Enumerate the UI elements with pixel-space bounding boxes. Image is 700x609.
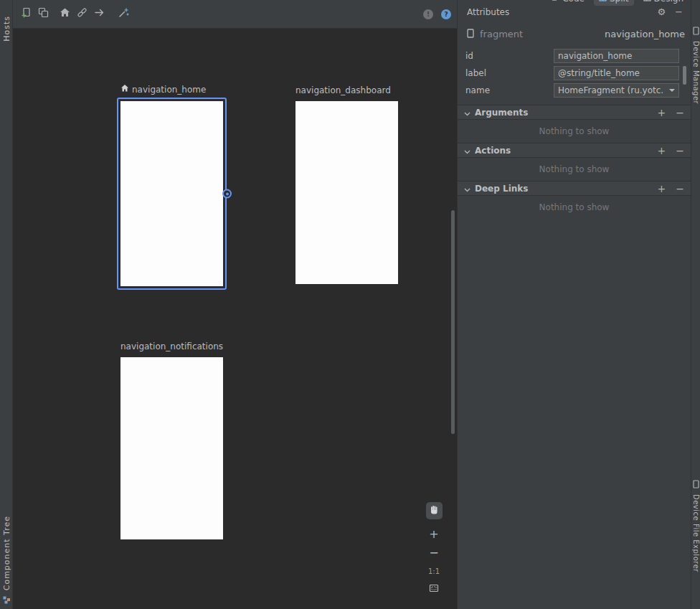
minimize-icon[interactable]: − (675, 7, 683, 17)
help-button[interactable]: ? (441, 9, 451, 19)
fragment-home-name: navigation_home (132, 85, 206, 95)
section-deep-links-title: Deep Links (475, 184, 528, 194)
device-file-explorer-icon (693, 478, 699, 491)
pan-button[interactable] (426, 502, 443, 519)
start-destination-home-icon (120, 84, 129, 95)
minus-icon: − (429, 546, 438, 560)
fragment-dashboard-label-row: navigation_dashboard (295, 85, 391, 95)
component-id-value: navigation_home (605, 29, 685, 39)
name-dropdown[interactable]: HomeFragment (ru.yotc. (554, 83, 679, 98)
tool-tab-hosts[interactable]: Hosts (0, 16, 13, 42)
new-destination-button[interactable] (18, 6, 34, 22)
canvas-vertical-scrollbar[interactable] (451, 210, 455, 434)
zoom-to-fit-button[interactable] (429, 582, 439, 595)
field-row-id: id (458, 47, 691, 65)
selected-component-row: fragment navigation_home (458, 24, 691, 43)
zoom-reset-button[interactable]: 1:1 (428, 567, 440, 575)
hand-icon (429, 504, 440, 518)
gear-icon[interactable]: ⚙ (657, 7, 666, 17)
component-type-label: fragment (480, 29, 523, 39)
attribute-sections: Arguments + − Nothing to show Actions + … (458, 105, 691, 219)
fragment-home-preview[interactable] (120, 101, 223, 286)
nested-graph-icon (38, 7, 49, 21)
device-file-explorer-tab-label: Device File Explorer (692, 494, 700, 572)
id-field[interactable] (554, 49, 679, 63)
navigation-canvas[interactable]: navigation_home navigation_dashboard nav… (13, 29, 457, 609)
label-field[interactable] (554, 66, 679, 80)
tool-tab-device-manager[interactable]: Device Manager (691, 24, 700, 104)
group-destinations-button[interactable] (35, 6, 51, 22)
home-icon (60, 7, 70, 21)
component-tree-tab-label: Component Tree (2, 516, 11, 590)
fragment-home-card-selected[interactable] (117, 98, 227, 290)
help-icon: ? (444, 11, 448, 18)
remove-argument-button[interactable]: − (676, 108, 684, 118)
field-row-name: name HomeFragment (ru.yotc. (458, 82, 691, 99)
add-deep-link-button[interactable]: + (658, 184, 666, 194)
zoom-in-button[interactable]: + (427, 528, 441, 542)
action-handle[interactable] (222, 189, 232, 199)
section-deep-links-header[interactable]: Deep Links + − (458, 181, 691, 196)
device-manager-tab-label: Device Manager (692, 41, 700, 104)
zoom-controls: + − 1:1 (425, 502, 443, 595)
fragment-notifications-preview[interactable] (120, 357, 223, 539)
tab-design-label: Design (654, 0, 684, 4)
deep-links-empty-text: Nothing to show (458, 196, 691, 219)
attributes-panel: Attributes ⚙ − fragment navigation_home … (457, 0, 691, 609)
tab-design[interactable]: Design (638, 0, 689, 6)
section-actions-header[interactable]: Actions + − (458, 143, 691, 158)
tab-code[interactable]: Code (547, 0, 590, 6)
fragment-dashboard-preview[interactable] (295, 101, 398, 284)
device-manager-icon (693, 24, 699, 38)
tab-split-label: Split (610, 0, 629, 4)
issues-indicator[interactable]: ! (423, 9, 433, 19)
arrow-right-icon (94, 7, 105, 21)
tool-tab-component-tree[interactable]: Component Tree (0, 516, 13, 607)
auto-arrange-button[interactable] (115, 6, 131, 22)
fragment-notifications-label-row: navigation_notifications (120, 341, 223, 351)
attribute-fields: id label name HomeFragment (ru.yotc. (458, 43, 691, 99)
section-arguments-title: Arguments (475, 108, 528, 118)
hosts-tab-label: Hosts (2, 16, 11, 42)
label-field-label: label (465, 68, 554, 78)
tool-tab-device-file-explorer[interactable]: Device File Explorer (691, 478, 700, 572)
id-field-label: id (465, 51, 554, 61)
new-destination-icon (21, 7, 32, 21)
section-arguments-header[interactable]: Arguments + − (458, 105, 691, 120)
actions-empty-text: Nothing to show (458, 158, 691, 181)
code-icon (552, 0, 559, 4)
navigation-toolbar: ! ? (13, 0, 457, 29)
fragment-notifications-name: navigation_notifications (120, 341, 223, 351)
zoom-out-button[interactable]: − (427, 547, 441, 561)
remove-action-button-panel[interactable]: − (676, 146, 684, 156)
chevron-down-icon (464, 181, 470, 195)
fragment-dashboard-name: navigation_dashboard (295, 85, 391, 95)
add-action-button[interactable] (91, 6, 107, 22)
split-icon (599, 0, 607, 4)
add-argument-button[interactable]: + (658, 108, 666, 118)
right-tool-strip: Device Manager Device File Explorer (691, 0, 700, 609)
deep-link-button[interactable] (74, 6, 90, 22)
tab-code-label: Code (562, 0, 585, 4)
section-actions-title: Actions (475, 146, 511, 156)
field-row-label: label (458, 65, 691, 82)
navigation-editor: Code Split Design Hosts Component Tree (0, 0, 700, 609)
chevron-down-icon (669, 89, 675, 92)
fragment-icon (467, 27, 474, 41)
name-dropdown-value: HomeFragment (ru.yotc. (558, 85, 663, 95)
tab-split[interactable]: Split (594, 0, 634, 6)
fragment-home-label-row: navigation_home (120, 84, 206, 95)
attributes-scrollbar[interactable] (683, 66, 686, 85)
arguments-empty-text: Nothing to show (458, 120, 691, 143)
add-action-button-panel[interactable]: + (658, 146, 666, 156)
error-icon: ! (427, 11, 430, 18)
design-icon (643, 0, 651, 4)
left-tool-strip: Hosts Component Tree (0, 0, 13, 609)
component-tree-icon (3, 593, 11, 607)
remove-deep-link-button[interactable]: − (676, 184, 684, 194)
name-field-label: name (465, 85, 554, 95)
plus-icon: + (429, 527, 438, 541)
assign-start-destination-button[interactable] (57, 6, 72, 22)
chevron-down-icon (464, 143, 470, 157)
link-icon (77, 7, 88, 21)
